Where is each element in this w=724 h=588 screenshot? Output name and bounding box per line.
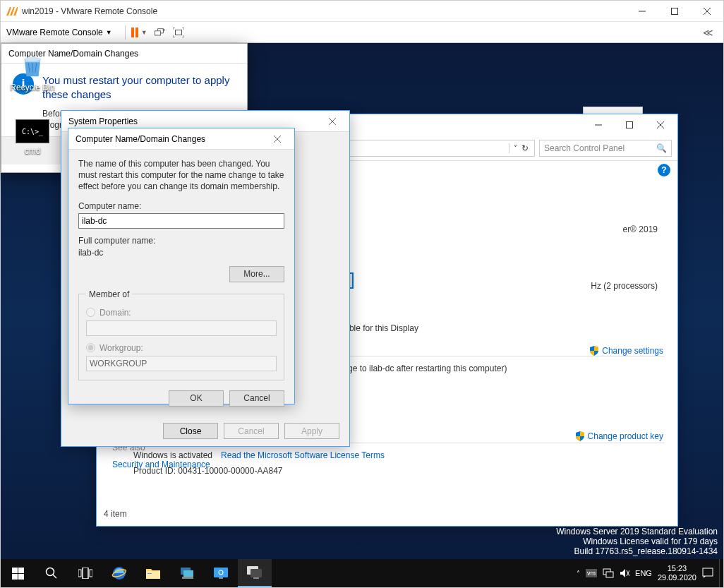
- security-maintenance-link[interactable]: Security and Maintenance: [112, 460, 210, 469]
- full-computer-name-label: Full computer name:: [78, 236, 284, 246]
- vmware-window: win2019 - VMware Remote Console VMware R…: [0, 0, 724, 588]
- svg-rect-16: [18, 568, 24, 573]
- computer-name-label: Computer name:: [78, 201, 284, 211]
- system-taskbar-icon[interactable]: [238, 559, 272, 587]
- vmware-window-controls: [626, 1, 723, 22]
- domain-input: [86, 320, 277, 336]
- minimize-button[interactable]: [583, 115, 614, 135]
- search-icon: 🔍: [656, 143, 667, 153]
- change-settings-link[interactable]: Change settings: [589, 346, 663, 356]
- svg-rect-22: [83, 568, 88, 579]
- sysprops-title: System Properties: [68, 116, 138, 126]
- ie-taskbar-icon[interactable]: [102, 559, 136, 587]
- svg-rect-32: [219, 577, 223, 579]
- volume-tray-icon[interactable]: [620, 568, 629, 578]
- close-button[interactable]: Close: [163, 423, 218, 439]
- close-button[interactable]: [262, 129, 293, 149]
- minimize-button[interactable]: [626, 1, 658, 22]
- svg-rect-41: [703, 568, 713, 576]
- ok-button[interactable]: OK: [169, 390, 224, 407]
- vmware-menu[interactable]: VMware Remote Console ▼: [6, 28, 112, 37]
- vmware-menu-label: VMware Remote Console: [6, 28, 103, 37]
- search-button[interactable]: [35, 559, 68, 587]
- show-desktop-button[interactable]: [719, 559, 723, 587]
- pause-button[interactable]: ▼: [131, 28, 147, 37]
- recycle-bin-icon[interactable]: Recycle Bin: [6, 52, 59, 92]
- recycle-bin-glyph: [18, 52, 47, 80]
- explorer-taskbar-icon[interactable]: [136, 559, 170, 587]
- build-watermark: Windows Server 2019 Standard Evaluation …: [556, 527, 718, 556]
- svg-rect-1: [672, 8, 678, 14]
- task-view-button[interactable]: [68, 559, 102, 587]
- processor-value: Hz (2 processors): [591, 281, 658, 291]
- change-product-key-text: Change product key: [588, 431, 663, 441]
- svg-rect-35: [251, 569, 262, 577]
- system-tray: ˄ vm ENG 15:23 29.09.2020: [571, 564, 719, 582]
- svg-rect-8: [627, 122, 633, 128]
- close-button[interactable]: [317, 112, 348, 131]
- change-product-key-link[interactable]: Change product key: [575, 431, 663, 441]
- name-changes-dialog: Computer Name/Domain Changes The name of…: [68, 128, 295, 404]
- maximize-button[interactable]: [614, 115, 645, 135]
- svg-rect-31: [214, 568, 228, 577]
- computer-name-input[interactable]: [78, 213, 284, 229]
- toolbar-divider: [125, 25, 126, 40]
- maximize-button[interactable]: [658, 1, 691, 22]
- tray-overflow-button[interactable]: ˄: [577, 570, 580, 577]
- chevron-down-icon: ▼: [141, 29, 147, 36]
- vmtools-tray-icon[interactable]: vm: [586, 569, 597, 577]
- svg-rect-21: [78, 570, 81, 577]
- search-placeholder: Search Control Panel: [544, 143, 625, 153]
- server-manager-taskbar-icon[interactable]: [170, 559, 204, 587]
- guest-desktop[interactable]: Recycle Bin cmd — ✕ ← → ↑: [1, 43, 723, 587]
- chevron-down-icon[interactable]: ˅: [514, 144, 517, 152]
- start-button[interactable]: [1, 559, 35, 587]
- vmware-logo-icon: [6, 6, 18, 17]
- namechg-titlebar[interactable]: Computer Name/Domain Changes: [68, 128, 294, 150]
- svg-rect-29: [183, 570, 193, 577]
- edition-value: er® 2019: [622, 224, 658, 234]
- search-control-panel-input[interactable]: Search Control Panel 🔍: [539, 140, 672, 157]
- license-terms-link[interactable]: Read the Microsoft Software License Term…: [221, 450, 385, 460]
- more-button[interactable]: More...: [229, 266, 284, 282]
- settings-taskbar-icon[interactable]: [204, 559, 238, 587]
- fullscreen-button[interactable]: [173, 27, 184, 38]
- cmd-shortcut-icon[interactable]: cmd: [6, 119, 59, 156]
- action-center-button[interactable]: [702, 568, 713, 579]
- svg-rect-36: [253, 577, 259, 579]
- namechg-description: The name of this computer has been chang…: [78, 158, 284, 193]
- chevron-down-icon: ▼: [106, 29, 112, 36]
- vmware-titlebar: win2019 - VMware Remote Console: [1, 1, 723, 22]
- member-of-legend: Member of: [86, 289, 132, 299]
- pin-button[interactable]: ≪: [703, 27, 713, 38]
- workgroup-radio: [86, 343, 95, 352]
- change-settings-text: Change settings: [602, 346, 663, 356]
- workgroup-input: [86, 356, 277, 371]
- refresh-button[interactable]: ↻: [521, 143, 529, 153]
- vmware-window-title: win2019 - VMware Remote Console: [22, 6, 157, 16]
- close-button[interactable]: [645, 115, 676, 135]
- clock-time: 15:23: [658, 564, 696, 573]
- apply-button: Apply: [284, 423, 339, 439]
- clock[interactable]: 15:23 29.09.2020: [658, 564, 696, 582]
- vmware-toolbar: VMware Remote Console ▼ ▼ ≪: [1, 22, 723, 43]
- network-tray-icon[interactable]: [603, 568, 614, 578]
- cancel-button[interactable]: Cancel: [229, 390, 284, 407]
- language-indicator[interactable]: ENG: [635, 569, 652, 577]
- full-computer-name-value: ilab-dc: [78, 248, 284, 258]
- svg-rect-5: [175, 30, 181, 35]
- close-button[interactable]: [691, 1, 723, 22]
- send-cad-button[interactable]: [155, 27, 166, 38]
- items-count: 4 item: [104, 509, 127, 519]
- svg-rect-26: [146, 571, 160, 579]
- recycle-bin-label: Recycle Bin: [6, 83, 59, 92]
- svg-rect-4: [155, 30, 160, 35]
- shield-icon: [575, 431, 585, 441]
- build-line-1: Windows Server 2019 Standard Evaluation: [556, 527, 718, 536]
- shield-icon: [589, 346, 599, 356]
- svg-point-19: [47, 568, 54, 576]
- svg-rect-15: [12, 568, 18, 573]
- help-icon[interactable]: ?: [658, 164, 670, 176]
- namechg-title: Computer Name/Domain Changes: [76, 134, 205, 144]
- svg-line-20: [53, 575, 56, 578]
